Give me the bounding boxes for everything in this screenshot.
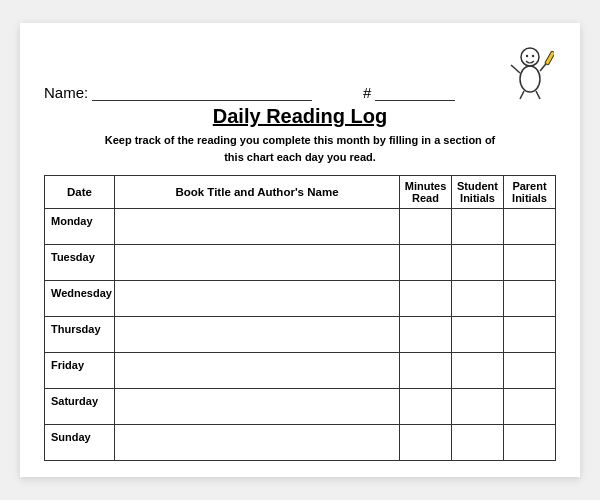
day-cell: Friday — [45, 353, 115, 389]
subtitle-line2: this chart each day you read. — [224, 151, 376, 163]
parent-initials-cell[interactable] — [504, 317, 556, 353]
parent-initials-cell[interactable] — [504, 353, 556, 389]
hash-label: # — [363, 84, 371, 101]
col-header-student: Student Initials — [452, 176, 504, 209]
col-header-minutes: Minutes Read — [400, 176, 452, 209]
book-cell[interactable] — [114, 281, 399, 317]
name-label: Name: — [44, 84, 88, 101]
name-input[interactable] — [92, 83, 312, 101]
book-cell[interactable] — [114, 317, 399, 353]
table-row: Friday — [45, 353, 556, 389]
page-subtitle: Keep track of the reading you complete t… — [44, 132, 556, 165]
minutes-cell[interactable] — [400, 425, 452, 461]
student-initials-cell[interactable] — [452, 353, 504, 389]
minutes-cell[interactable] — [400, 389, 452, 425]
parent-initials-cell[interactable] — [504, 425, 556, 461]
day-cell: Sunday — [45, 425, 115, 461]
page-title: Daily Reading Log — [44, 105, 556, 128]
student-initials-cell[interactable] — [452, 209, 504, 245]
reading-log-table: Date Book Title and Author's Name Minute… — [44, 175, 556, 461]
student-initials-cell[interactable] — [452, 389, 504, 425]
minutes-cell[interactable] — [400, 317, 452, 353]
svg-line-5 — [520, 91, 524, 99]
parent-initials-cell[interactable] — [504, 209, 556, 245]
day-cell: Saturday — [45, 389, 115, 425]
svg-line-6 — [536, 91, 540, 99]
day-cell: Monday — [45, 209, 115, 245]
book-cell[interactable] — [114, 389, 399, 425]
student-initials-cell[interactable] — [452, 317, 504, 353]
table-row: Wednesday — [45, 281, 556, 317]
minutes-cell[interactable] — [400, 209, 452, 245]
table-row: Saturday — [45, 389, 556, 425]
student-initials-cell[interactable] — [452, 245, 504, 281]
minutes-cell[interactable] — [400, 245, 452, 281]
svg-point-7 — [526, 55, 528, 57]
col-header-date: Date — [45, 176, 115, 209]
student-initials-cell[interactable] — [452, 425, 504, 461]
table-row: Tuesday — [45, 245, 556, 281]
table-row: Monday — [45, 209, 556, 245]
minutes-cell[interactable] — [400, 353, 452, 389]
minutes-cell[interactable] — [400, 281, 452, 317]
day-cell: Wednesday — [45, 281, 115, 317]
mascot-icon — [506, 43, 554, 101]
table-row: Sunday — [45, 425, 556, 461]
student-initials-cell[interactable] — [452, 281, 504, 317]
parent-initials-cell[interactable] — [504, 245, 556, 281]
day-cell: Thursday — [45, 317, 115, 353]
book-cell[interactable] — [114, 353, 399, 389]
col-header-book: Book Title and Author's Name — [114, 176, 399, 209]
parent-initials-cell[interactable] — [504, 281, 556, 317]
book-cell[interactable] — [114, 425, 399, 461]
book-cell[interactable] — [114, 209, 399, 245]
parent-initials-cell[interactable] — [504, 389, 556, 425]
day-cell: Tuesday — [45, 245, 115, 281]
svg-point-0 — [520, 66, 540, 92]
subtitle-line1: Keep track of the reading you complete t… — [105, 134, 496, 146]
page: Name: # — [20, 23, 580, 477]
book-cell[interactable] — [114, 245, 399, 281]
svg-line-2 — [511, 65, 520, 73]
number-input[interactable] — [375, 83, 455, 101]
table-row: Thursday — [45, 317, 556, 353]
svg-point-8 — [532, 55, 534, 57]
col-header-parent: Parent Initials — [504, 176, 556, 209]
name-row: Name: # — [44, 43, 556, 101]
svg-rect-4 — [545, 51, 554, 65]
